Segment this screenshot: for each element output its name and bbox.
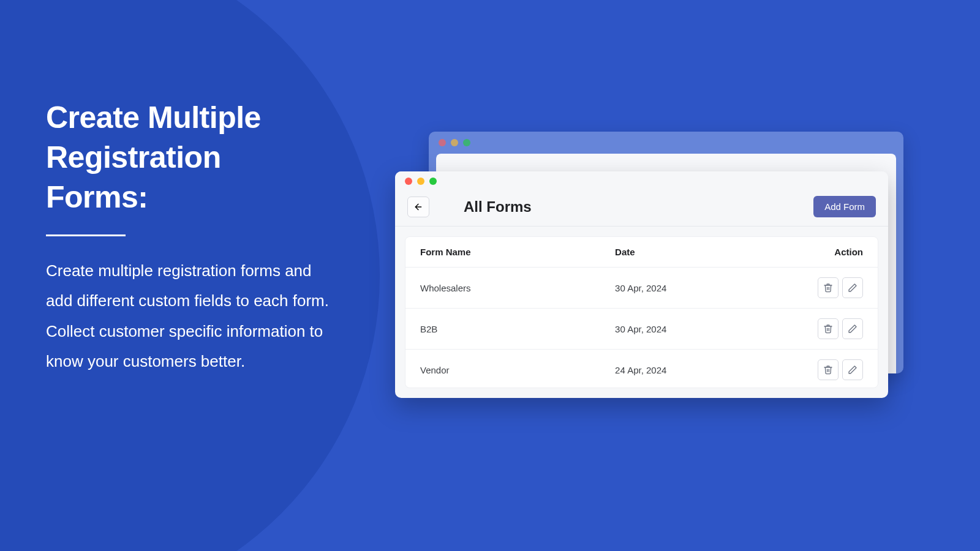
page-title: All Forms xyxy=(464,198,532,216)
arrow-left-icon xyxy=(413,202,423,212)
cell-actions xyxy=(774,277,863,298)
column-header-action: Action xyxy=(774,247,863,257)
close-icon xyxy=(439,139,446,146)
delete-button[interactable] xyxy=(818,359,839,380)
cell-date: 30 Apr, 2024 xyxy=(615,283,774,293)
edit-button[interactable] xyxy=(842,359,863,380)
cell-actions xyxy=(774,359,863,380)
hero-text-block: Create Multiple Registration Forms: Crea… xyxy=(46,98,334,377)
column-header-name: Form Name xyxy=(420,247,615,257)
minimize-icon xyxy=(451,139,458,146)
table-row: Wholesalers 30 Apr, 2024 xyxy=(405,268,878,309)
minimize-icon[interactable] xyxy=(417,178,424,185)
pencil-icon xyxy=(848,283,858,293)
trash-icon xyxy=(823,365,833,375)
table-row: Vendor 24 Apr, 2024 xyxy=(405,350,878,388)
forms-table: Form Name Date Action Wholesalers 30 Apr… xyxy=(405,236,878,388)
add-form-button[interactable]: Add Form xyxy=(813,196,876,217)
column-header-date: Date xyxy=(615,247,774,257)
cell-date: 24 Apr, 2024 xyxy=(615,365,774,375)
delete-button[interactable] xyxy=(818,318,839,339)
promo-canvas: Create Multiple Registration Forms: Crea… xyxy=(0,0,980,551)
foreground-window: All Forms Add Form Form Name Date Action… xyxy=(395,171,888,398)
maximize-icon[interactable] xyxy=(429,178,437,185)
window-traffic-lights xyxy=(429,132,903,154)
table-header-row: Form Name Date Action xyxy=(405,237,878,268)
cell-actions xyxy=(774,318,863,339)
hero-headline: Create Multiple Registration Forms: xyxy=(46,98,334,217)
pencil-icon xyxy=(848,365,858,375)
maximize-icon xyxy=(463,139,470,146)
table-row: B2B 30 Apr, 2024 xyxy=(405,309,878,350)
trash-icon xyxy=(823,283,833,293)
page-header: All Forms Add Form xyxy=(395,191,888,227)
close-icon[interactable] xyxy=(405,178,412,185)
window-traffic-lights xyxy=(395,171,888,191)
headline-divider xyxy=(46,234,126,236)
cell-name: Vendor xyxy=(420,365,615,375)
cell-name: Wholesalers xyxy=(420,283,615,293)
headline-line: Registration xyxy=(46,140,221,174)
hero-description: Create multiple registration forms and a… xyxy=(46,256,334,377)
cell-name: B2B xyxy=(420,324,615,334)
edit-button[interactable] xyxy=(842,277,863,298)
headline-line: Forms: xyxy=(46,180,148,214)
cell-date: 30 Apr, 2024 xyxy=(615,324,774,334)
delete-button[interactable] xyxy=(818,277,839,298)
back-button[interactable] xyxy=(407,197,429,217)
trash-icon xyxy=(823,324,833,334)
pencil-icon xyxy=(848,324,858,334)
edit-button[interactable] xyxy=(842,318,863,339)
headline-line: Create Multiple xyxy=(46,100,261,135)
